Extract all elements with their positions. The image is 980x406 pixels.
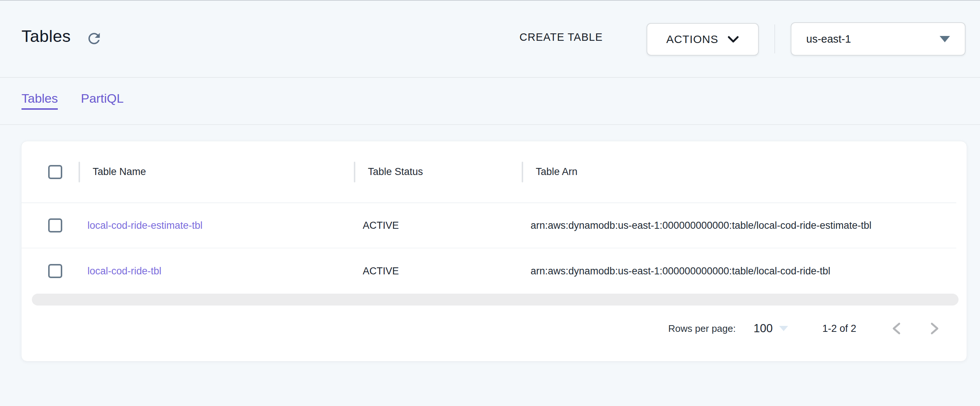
row-checkbox[interactable] (48, 264, 62, 278)
page-title: Tables (21, 27, 71, 46)
triangle-down-icon (779, 326, 788, 331)
tabs-bottom-divider (0, 124, 980, 125)
table-arn-value: arn:aws:dynamodb:us-east-1:000000000000:… (522, 220, 956, 231)
header-divider (774, 24, 775, 53)
next-page-button[interactable] (928, 321, 942, 336)
tab-partiql[interactable]: PartiQL (81, 91, 123, 110)
chevron-right-icon (930, 322, 940, 335)
column-header-table-name[interactable]: Table Name (78, 166, 354, 177)
table-body: local-cod-ride-estimate-tbl ACTIVE arn:a… (21, 203, 967, 294)
tab-bar: Tables PartiQL (21, 91, 124, 110)
tables-card: Table Name Table Status Table Arn local-… (21, 141, 967, 361)
table-row: local-cod-ride-tbl ACTIVE arn:aws:dynamo… (21, 248, 956, 294)
tab-tables[interactable]: Tables (21, 91, 58, 110)
region-select[interactable]: us-east-1 (791, 22, 966, 56)
row-checkbox[interactable] (48, 218, 62, 232)
previous-page-button[interactable] (889, 321, 904, 336)
region-select-value: us-east-1 (806, 33, 940, 45)
rows-per-page-select[interactable]: 100 (754, 322, 788, 335)
pagination-range: 1-2 of 2 (822, 323, 856, 334)
pagination-bar: Rows per page: 100 1-2 of 2 (21, 305, 967, 352)
table-header-row: Table Name Table Status Table Arn (21, 141, 956, 203)
rows-per-page-value: 100 (754, 322, 773, 335)
triangle-down-icon (940, 36, 950, 42)
header-bottom-divider (0, 77, 980, 78)
rows-per-page-label: Rows per page: (668, 323, 736, 334)
table-status-value: ACTIVE (354, 220, 522, 231)
table-row: local-cod-ride-estimate-tbl ACTIVE arn:a… (21, 203, 956, 248)
horizontal-scrollbar[interactable] (32, 294, 959, 305)
refresh-button[interactable] (84, 29, 104, 48)
column-header-table-status[interactable]: Table Status (354, 166, 522, 177)
table-name-link[interactable]: local-cod-ride-tbl (78, 265, 354, 277)
refresh-icon (86, 30, 103, 47)
table-name-link[interactable]: local-cod-ride-estimate-tbl (78, 220, 354, 231)
chevron-left-icon (891, 322, 901, 335)
actions-button-label: ACTIONS (666, 33, 718, 46)
table-status-value: ACTIVE (354, 265, 522, 277)
select-all-checkbox[interactable] (48, 165, 62, 179)
create-table-button[interactable]: CREATE TABLE (519, 31, 603, 43)
chevron-down-icon (727, 35, 739, 43)
column-header-table-arn[interactable]: Table Arn (522, 166, 956, 177)
table-arn-value: arn:aws:dynamodb:us-east-1:000000000000:… (522, 265, 956, 277)
actions-button[interactable]: ACTIONS (646, 23, 759, 56)
